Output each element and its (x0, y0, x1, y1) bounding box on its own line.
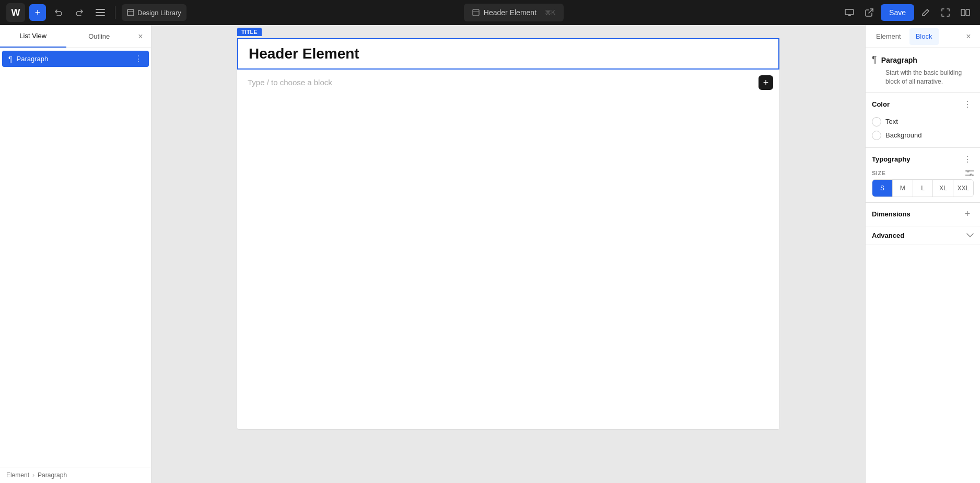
color-more-button[interactable]: ⋮ (961, 98, 974, 111)
size-buttons-group: S M L XL XXL (872, 179, 974, 197)
undo-button[interactable] (50, 4, 67, 21)
typography-section-header: Typography ⋮ (872, 153, 974, 166)
left-panel-header: List View Outline × (0, 25, 151, 48)
toolbar: W + Design Library Header Element ⌘K Sav… (0, 0, 980, 25)
color-section-title: Color (872, 100, 890, 108)
size-m-button[interactable]: M (893, 180, 913, 197)
size-xl-button[interactable]: XL (933, 180, 953, 197)
header-block[interactable]: TITLE Header Element (237, 38, 779, 70)
size-adjust-button[interactable] (965, 170, 974, 176)
document-title-button[interactable]: Header Element ⌘K (464, 4, 564, 21)
app-logo: W (6, 3, 25, 22)
block-type-badge: TITLE (237, 28, 262, 36)
typography-more-button[interactable]: ⋮ (961, 153, 974, 166)
block-info-title: Paragraph (881, 56, 917, 64)
shortcut-badge: ⌘K (545, 9, 555, 16)
background-color-circle[interactable] (872, 131, 881, 140)
redo-button[interactable] (71, 4, 88, 21)
svg-point-16 (970, 174, 972, 176)
dimensions-section: Dimensions + (866, 203, 980, 226)
breadcrumb-element[interactable]: Element (6, 472, 29, 479)
panel-footer: Element › Paragraph (0, 467, 151, 483)
block-info: ¶ Paragraph Start with the basic buildin… (866, 48, 980, 93)
color-row-text[interactable]: Text (872, 115, 974, 129)
dimensions-header: Dimensions + (872, 208, 974, 221)
main-layout: List View Outline × ¶ Paragraph ⋮ Elemen… (0, 25, 980, 483)
desktop-view-button[interactable] (841, 4, 858, 21)
block-info-header: ¶ Paragraph (872, 54, 974, 65)
typography-section-title: Typography (872, 155, 910, 163)
breadcrumb-paragraph[interactable]: Paragraph (38, 472, 67, 479)
advanced-section: Advanced (866, 226, 980, 245)
add-block-toolbar-button[interactable]: + (29, 4, 46, 21)
toolbar-divider (115, 6, 115, 19)
size-l-button[interactable]: L (913, 180, 934, 197)
block-info-icon: ¶ (872, 54, 877, 65)
save-button[interactable]: Save (881, 4, 914, 21)
size-s-button[interactable]: S (872, 180, 893, 197)
menu-button[interactable] (92, 4, 109, 21)
right-panel-tabs: Element Block × (866, 25, 980, 48)
svg-rect-11 (961, 9, 965, 16)
advanced-section-title: Advanced (872, 232, 904, 239)
svg-line-10 (869, 9, 873, 13)
panel-item-label: Paragraph (17, 55, 130, 63)
paragraph-icon: ¶ (8, 55, 13, 63)
color-section-header: Color ⋮ (872, 98, 974, 111)
external-link-button[interactable] (861, 4, 878, 21)
header-title[interactable]: Header Element (249, 45, 768, 62)
breadcrumb-separator: › (32, 472, 34, 479)
svg-rect-0 (96, 9, 105, 10)
size-xxl-button[interactable]: XXL (953, 180, 973, 197)
editor-body[interactable]: Type / to choose a block + (237, 70, 779, 96)
list-item[interactable]: ¶ Paragraph ⋮ (2, 51, 149, 67)
left-panel: List View Outline × ¶ Paragraph ⋮ Elemen… (0, 25, 151, 483)
background-color-label: Background (885, 131, 921, 139)
svg-rect-2 (96, 15, 105, 16)
size-label: SIZE (872, 170, 885, 176)
svg-rect-5 (473, 9, 479, 16)
right-tab-group: Element Block (870, 28, 939, 45)
design-library-icon-btn[interactable]: Design Library (122, 4, 186, 21)
dimensions-section-title: Dimensions (872, 210, 911, 218)
svg-rect-3 (127, 9, 134, 16)
toolbar-right: Save (841, 4, 974, 21)
right-panel-close-button[interactable]: × (961, 29, 976, 44)
add-block-button[interactable]: + (759, 75, 773, 90)
view-toggle-button[interactable] (957, 4, 974, 21)
tab-outline[interactable]: Outline (66, 25, 133, 48)
edit-mode-button[interactable] (917, 4, 934, 21)
right-panel: Element Block × ¶ Paragraph Start with t… (865, 25, 980, 483)
svg-point-15 (967, 170, 969, 172)
text-color-circle[interactable] (872, 117, 881, 126)
svg-rect-1 (96, 12, 105, 13)
editor-placeholder: Type / to choose a block (248, 78, 332, 87)
tab-block[interactable]: Block (909, 28, 939, 45)
block-info-description: Start with the basic building block of a… (885, 68, 974, 86)
dimensions-add-button[interactable]: + (961, 208, 974, 221)
typography-section: Typography ⋮ SIZE S M L XL XXL (866, 148, 980, 203)
editor-area[interactable]: TITLE Header Element Type / to choose a … (151, 25, 865, 483)
text-color-label: Text (885, 118, 898, 125)
document-title: Header Element (484, 8, 536, 17)
svg-rect-12 (966, 9, 970, 16)
editor-canvas: TITLE Header Element Type / to choose a … (237, 38, 780, 430)
advanced-chevron-button[interactable] (966, 233, 974, 237)
tab-list-view[interactable]: List View (0, 25, 66, 48)
tab-element[interactable]: Element (870, 28, 907, 45)
item-more-button[interactable]: ⋮ (134, 54, 143, 64)
panel-content: ¶ Paragraph ⋮ (0, 48, 151, 467)
color-section: Color ⋮ Text Background (866, 93, 980, 148)
left-panel-close-button[interactable]: × (132, 28, 149, 45)
design-library-label: Design Library (137, 9, 181, 17)
svg-rect-7 (845, 9, 854, 15)
advanced-header[interactable]: Advanced (872, 232, 974, 239)
color-row-background[interactable]: Background (872, 129, 974, 142)
resize-button[interactable] (937, 4, 954, 21)
typography-size-header: SIZE (872, 170, 974, 176)
toolbar-center: Header Element ⌘K (191, 4, 837, 21)
